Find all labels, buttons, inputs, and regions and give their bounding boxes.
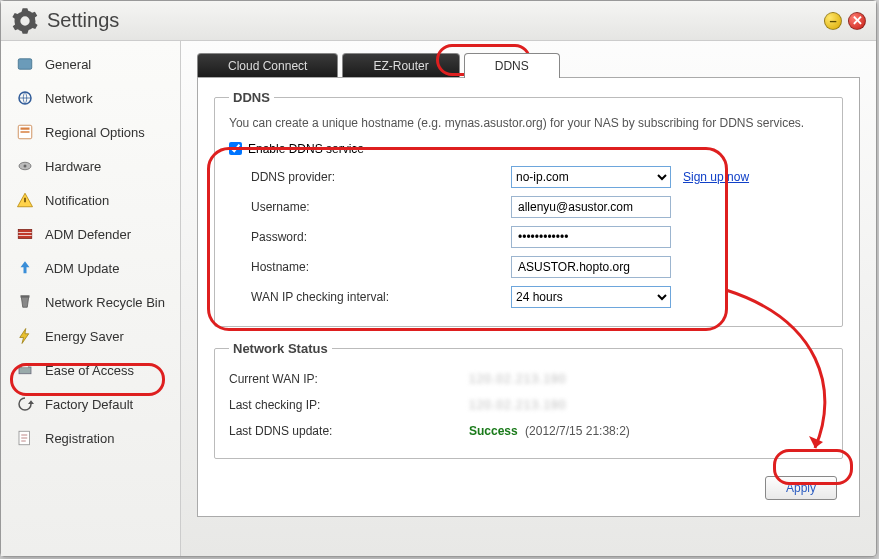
sidebar-item-label: Registration <box>45 431 114 446</box>
sidebar-item-label: General <box>45 57 91 72</box>
last-ddns-label: Last DDNS update: <box>229 424 469 438</box>
update-icon <box>15 258 35 278</box>
sidebar-item-adm-update[interactable]: ADM Update <box>1 251 180 285</box>
provider-label: DDNS provider: <box>251 170 511 184</box>
svg-rect-9 <box>21 295 30 297</box>
sidebar-item-label: Network Recycle Bin <box>45 295 165 310</box>
minimize-button[interactable]: – <box>824 12 842 30</box>
network-status-group: Network Status Current WAN IP: 120.02.21… <box>214 341 843 459</box>
tab-ddns[interactable]: DDNS <box>464 53 560 78</box>
tab-cloud-connect[interactable]: Cloud Connect <box>197 53 338 78</box>
tabs: Cloud Connect EZ-Router DDNS <box>197 53 860 78</box>
apply-button[interactable]: Apply <box>765 476 837 500</box>
sidebar-item-label: Hardware <box>45 159 101 174</box>
tab-ez-router[interactable]: EZ-Router <box>342 53 459 78</box>
content: Cloud Connect EZ-Router DDNS DDNS You ca… <box>181 41 876 556</box>
hostname-label: Hostname: <box>251 260 511 274</box>
wan-ip-label: Current WAN IP: <box>229 372 469 386</box>
password-input[interactable] <box>511 226 671 248</box>
svg-point-6 <box>24 165 27 168</box>
defender-icon <box>15 224 35 244</box>
interval-label: WAN IP checking interval: <box>251 290 511 304</box>
gear-icon <box>11 7 39 35</box>
sign-up-link[interactable]: Sign up now <box>683 170 749 184</box>
last-ddns-date: (2012/7/15 21:38:2) <box>525 424 630 438</box>
username-label: Username: <box>251 200 511 214</box>
notification-icon <box>15 190 35 210</box>
close-button[interactable]: ✕ <box>848 12 866 30</box>
sidebar-item-hardware[interactable]: Hardware <box>1 149 180 183</box>
svg-rect-7 <box>24 198 26 203</box>
last-ip-value: 120.02.213.190 <box>469 398 566 412</box>
window-title: Settings <box>47 9 818 32</box>
svg-rect-11 <box>21 364 29 368</box>
sidebar: General Network Regional Options Hardwar… <box>1 41 181 556</box>
enable-ddns-label: Enable DDNS service <box>248 142 364 156</box>
sidebar-item-factory-default[interactable]: Factory Default <box>1 387 180 421</box>
sidebar-item-network[interactable]: Network <box>1 81 180 115</box>
username-input[interactable] <box>511 196 671 218</box>
sidebar-item-label: Factory Default <box>45 397 133 412</box>
sidebar-item-registration[interactable]: Registration <box>1 421 180 455</box>
printer-icon <box>15 360 35 380</box>
recycle-icon <box>15 292 35 312</box>
sidebar-item-label: Regional Options <box>45 125 145 140</box>
svg-rect-8 <box>18 230 32 239</box>
energy-icon <box>15 326 35 346</box>
svg-rect-0 <box>18 59 32 70</box>
hostname-input[interactable] <box>511 256 671 278</box>
ddns-legend: DDNS <box>229 90 274 105</box>
svg-rect-3 <box>21 128 30 130</box>
password-label: Password: <box>251 230 511 244</box>
titlebar: Settings – ✕ <box>1 1 876 41</box>
ddns-group: DDNS You can create a unique hostname (e… <box>214 90 843 327</box>
last-ddns-status: Success <box>469 424 518 438</box>
sidebar-item-regional[interactable]: Regional Options <box>1 115 180 149</box>
sidebar-item-adm-defender[interactable]: ADM Defender <box>1 217 180 251</box>
sidebar-item-notification[interactable]: Notification <box>1 183 180 217</box>
regional-icon <box>15 122 35 142</box>
sidebar-item-general[interactable]: General <box>1 47 180 81</box>
interval-select[interactable]: 24 hours <box>511 286 671 308</box>
network-status-legend: Network Status <box>229 341 332 356</box>
wan-ip-value: 120.02.213.190 <box>469 372 566 386</box>
last-ip-label: Last checking IP: <box>229 398 469 412</box>
sidebar-item-label: Notification <box>45 193 109 208</box>
network-icon <box>15 88 35 108</box>
general-icon <box>15 54 35 74</box>
hardware-icon <box>15 156 35 176</box>
registration-icon <box>15 428 35 448</box>
sidebar-item-label: Energy Saver <box>45 329 124 344</box>
sidebar-item-recycle[interactable]: Network Recycle Bin <box>1 285 180 319</box>
sidebar-item-energy[interactable]: Energy Saver <box>1 319 180 353</box>
enable-ddns-checkbox[interactable] <box>229 142 242 155</box>
sidebar-item-label: Network <box>45 91 93 106</box>
sidebar-item-ease-of-access[interactable]: Ease of Access <box>1 353 180 387</box>
factory-default-icon <box>15 394 35 414</box>
sidebar-item-label: ADM Update <box>45 261 119 276</box>
provider-select[interactable]: no-ip.com <box>511 166 671 188</box>
ddns-description: You can create a unique hostname (e.g. m… <box>229 115 828 132</box>
svg-rect-4 <box>21 131 30 133</box>
main-panel: DDNS You can create a unique hostname (e… <box>197 77 860 517</box>
sidebar-item-label: Ease of Access <box>45 363 134 378</box>
sidebar-item-label: ADM Defender <box>45 227 131 242</box>
